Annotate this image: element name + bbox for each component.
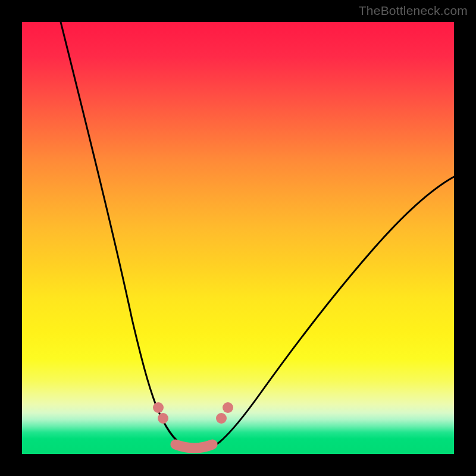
curves-layer — [22, 22, 454, 454]
right-curve — [201, 177, 454, 450]
left-curve — [61, 22, 201, 450]
bottom-marker-segment — [176, 444, 212, 448]
marker-right-2 — [223, 402, 233, 413]
watermark-text: TheBottleneck.com — [359, 4, 468, 18]
marker-left-2 — [158, 413, 168, 424]
marker-left-1 — [153, 402, 164, 413]
plot-area — [22, 22, 454, 454]
marker-right-1 — [216, 413, 227, 424]
chart-frame: TheBottleneck.com — [0, 0, 476, 476]
